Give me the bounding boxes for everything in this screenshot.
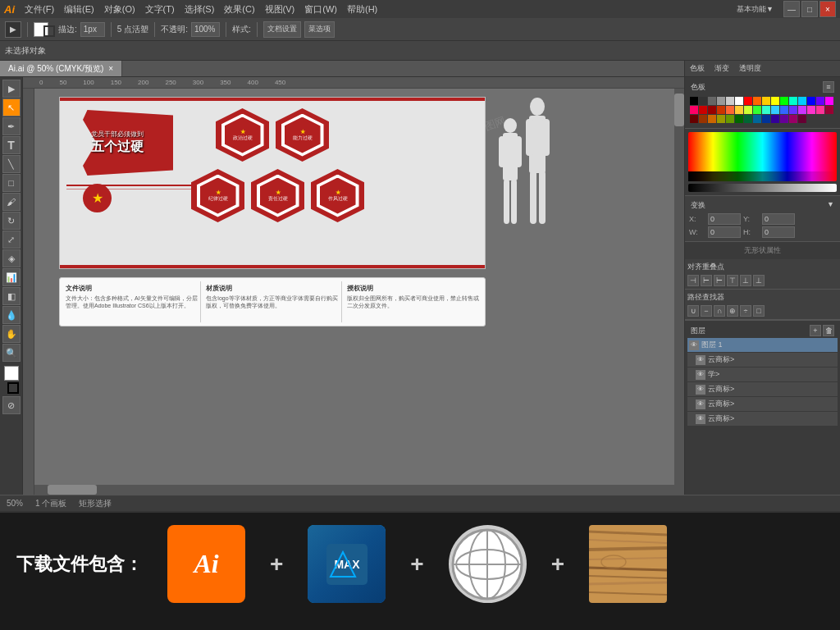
layer-item-1[interactable]: 👁 图层 1 xyxy=(687,338,838,352)
gradient-tab[interactable]: 渐变 xyxy=(710,61,734,76)
color-swatch-item[interactable] xyxy=(690,106,698,114)
color-swatch-item[interactable] xyxy=(807,97,815,105)
fill-indicator[interactable] xyxy=(4,366,19,381)
delete-layer-btn[interactable]: 🗑 xyxy=(823,325,834,336)
menu-view[interactable]: 视图(V) xyxy=(265,3,295,16)
intersect-btn[interactable]: ∩ xyxy=(714,305,725,317)
color-swatch-item[interactable] xyxy=(744,97,752,105)
selection-tool-btn[interactable]: ▶ xyxy=(5,21,21,38)
color-swatch-item[interactable] xyxy=(699,115,707,123)
align-left-btn[interactable]: ⊣ xyxy=(687,275,699,286)
h-scrollbar[interactable] xyxy=(23,485,674,495)
color-swatch-item[interactable] xyxy=(780,115,788,123)
rotate-tool[interactable]: ↻ xyxy=(2,212,21,230)
h-input[interactable] xyxy=(762,226,795,238)
menu-file[interactable]: 文件(F) xyxy=(25,3,54,16)
color-swatch-tab[interactable]: 色板 xyxy=(685,61,710,76)
scale-tool[interactable]: ⤢ xyxy=(2,231,21,249)
color-swatch-item[interactable] xyxy=(726,115,734,123)
v-scrollbar[interactable] xyxy=(674,77,684,495)
color-swatch-item[interactable] xyxy=(825,97,833,105)
color-swatch-item[interactable] xyxy=(717,115,725,123)
direct-select-tool[interactable]: ↖ xyxy=(2,98,21,116)
color-swatch-item[interactable] xyxy=(771,106,779,114)
layer-eye-3[interactable]: 👁 xyxy=(696,370,705,380)
gray-slider[interactable] xyxy=(688,184,837,192)
layer-eye-1[interactable]: 👁 xyxy=(689,340,699,350)
color-swatch-item[interactable] xyxy=(798,106,806,114)
layer-eye-2[interactable]: 👁 xyxy=(696,355,705,365)
v-scrollbar-thumb[interactable] xyxy=(674,94,684,126)
align-center-v-btn[interactable]: ⊥ xyxy=(740,275,751,286)
line-tool[interactable]: ╲ xyxy=(2,155,21,173)
add-layer-btn[interactable]: + xyxy=(810,325,821,336)
color-swatch-item[interactable] xyxy=(771,97,779,105)
color-swatch-item[interactable] xyxy=(708,97,716,105)
color-swatch-item[interactable] xyxy=(789,97,797,105)
canvas-area[interactable]: 050100150200250300350400450 全图网 全图网 全图网 … xyxy=(23,77,684,495)
color-spectrum[interactable] xyxy=(688,132,837,181)
stroke-indicator[interactable] xyxy=(7,382,19,394)
layer-item-6[interactable]: 👁 云商标> xyxy=(687,412,838,426)
color-swatch-item[interactable] xyxy=(780,97,788,105)
layer-eye-5[interactable]: 👁 xyxy=(696,399,705,409)
color-swatch-item[interactable] xyxy=(744,106,752,114)
color-swatch-item[interactable] xyxy=(708,106,716,114)
trim-btn[interactable]: □ xyxy=(753,305,765,317)
color-swatch-item[interactable] xyxy=(816,97,824,105)
color-swatch-item[interactable] xyxy=(699,97,707,105)
divide-btn[interactable]: ÷ xyxy=(740,305,751,317)
color-swatch-item[interactable] xyxy=(735,115,743,123)
type-tool[interactable]: T xyxy=(2,136,21,154)
minus-front-btn[interactable]: − xyxy=(701,305,712,317)
menu-window[interactable]: 窗口(W) xyxy=(304,3,337,16)
color-swatch-item[interactable] xyxy=(726,97,734,105)
color-swatch-item[interactable] xyxy=(825,106,833,114)
hand-tool[interactable]: ✋ xyxy=(2,325,21,343)
color-swatch-item[interactable] xyxy=(753,106,761,114)
layer-item-4[interactable]: 👁 云商标> xyxy=(687,382,838,396)
color-swatch-item[interactable] xyxy=(762,106,770,114)
color-swatch-item[interactable] xyxy=(789,115,797,123)
eyedropper-tool[interactable]: 💧 xyxy=(2,306,21,324)
none-indicator[interactable]: ⊘ xyxy=(2,396,21,414)
opacity-input[interactable] xyxy=(191,22,220,37)
swatch-grid-btn[interactable]: ≡ xyxy=(823,81,834,93)
stroke-swatch[interactable] xyxy=(43,25,55,37)
color-swatch-item[interactable] xyxy=(735,106,743,114)
x-input[interactable] xyxy=(708,213,741,225)
transform-toggle[interactable]: ▼ xyxy=(827,200,834,211)
menu-help[interactable]: 帮助(H) xyxy=(347,3,377,16)
layer-item-5[interactable]: 👁 云商标> xyxy=(687,397,838,411)
color-swatch-item[interactable] xyxy=(798,115,806,123)
layer-eye-6[interactable]: 👁 xyxy=(696,414,705,424)
opacity-tab[interactable]: 透明度 xyxy=(734,61,766,76)
layer-eye-4[interactable]: 👁 xyxy=(696,385,705,395)
exclude-btn[interactable]: ⊕ xyxy=(727,305,738,317)
color-swatch-item[interactable] xyxy=(771,115,779,123)
pen-tool[interactable]: ✒ xyxy=(2,117,21,135)
layer-item-3[interactable]: 👁 学> xyxy=(687,368,838,381)
paintbrush-tool[interactable]: 🖌 xyxy=(2,193,21,211)
zoom-tool[interactable]: 🔍 xyxy=(2,344,21,362)
align-center-h-btn[interactable]: ⊢ xyxy=(701,275,712,286)
align-bottom-btn[interactable]: ⊥ xyxy=(753,275,765,286)
color-swatch-item[interactable] xyxy=(708,115,716,123)
tab-close-icon[interactable]: × xyxy=(108,64,113,73)
color-swatch-item[interactable] xyxy=(789,106,797,114)
color-swatch-item[interactable] xyxy=(717,97,725,105)
tab-main[interactable]: Ai.ai @ 50% (CMYK/预览) × xyxy=(0,61,122,76)
minimize-btn[interactable]: — xyxy=(783,1,800,17)
stroke-width-input[interactable] xyxy=(80,22,105,37)
color-swatch-item[interactable] xyxy=(762,115,770,123)
menu-edit[interactable]: 编辑(E) xyxy=(64,3,94,16)
color-swatch-item[interactable] xyxy=(735,97,743,105)
color-swatch-item[interactable] xyxy=(690,115,698,123)
gradient-tool[interactable]: ◧ xyxy=(2,287,21,305)
unite-btn[interactable]: ∪ xyxy=(687,305,699,317)
doc-settings-btn[interactable]: 文档设置 xyxy=(263,21,301,38)
align-right-btn[interactable]: ⊢ xyxy=(714,275,725,286)
color-swatch-item[interactable] xyxy=(744,115,752,123)
color-swatch-item[interactable] xyxy=(753,115,761,123)
rectangle-tool[interactable]: □ xyxy=(2,174,21,192)
